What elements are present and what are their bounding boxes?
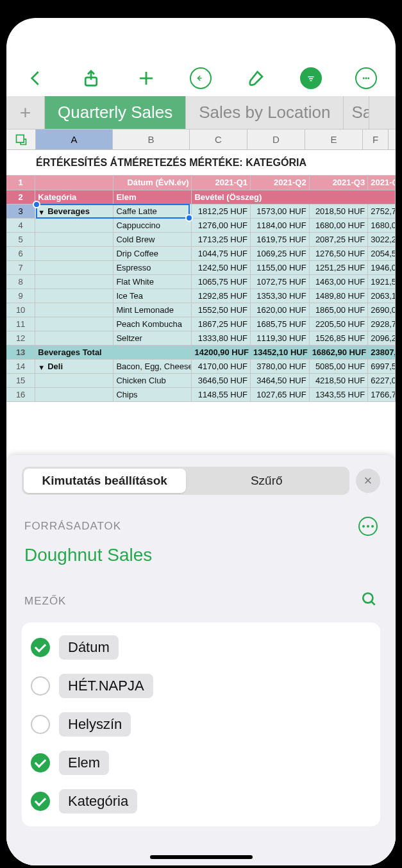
source-table-name[interactable]: Doughnut Sales xyxy=(24,545,378,565)
share-button[interactable] xyxy=(78,65,104,91)
cell[interactable]: 2752,75 H xyxy=(368,204,396,218)
back-button[interactable] xyxy=(23,65,49,91)
cell[interactable] xyxy=(35,218,113,232)
field-checkbox[interactable] xyxy=(31,792,50,811)
row-header[interactable]: 11 xyxy=(6,317,35,331)
cell[interactable]: 2021-Q2 xyxy=(251,176,310,190)
cell[interactable]: 14200,90 HUF xyxy=(192,345,251,359)
cell[interactable]: 4170,00 HUF xyxy=(192,359,251,373)
cell[interactable]: Cappuccino xyxy=(113,218,192,232)
cell[interactable]: 3022,25 H xyxy=(368,232,396,246)
col-header-d[interactable]: D xyxy=(247,129,305,149)
cell[interactable]: 1867,25 HUF xyxy=(192,317,251,331)
cell[interactable] xyxy=(35,288,113,303)
cell[interactable]: 1619,75 HUF xyxy=(251,232,310,246)
cell[interactable]: 1184,00 HUF xyxy=(251,218,310,232)
cell[interactable]: 2021-Q4 xyxy=(368,176,396,190)
sheet-tab-truncated[interactable]: Sa xyxy=(344,96,369,129)
row-header[interactable]: 15 xyxy=(6,373,35,387)
cell[interactable]: 1276,00 HUF xyxy=(192,218,251,232)
cell[interactable]: Cold Brew xyxy=(113,232,192,246)
col-header-a[interactable]: A xyxy=(36,129,113,149)
col-header-b[interactable]: B xyxy=(113,129,190,149)
cell[interactable] xyxy=(35,303,113,317)
cell[interactable]: 1489,80 HUF xyxy=(309,288,368,303)
row-header[interactable]: 3 xyxy=(6,204,35,218)
cell[interactable]: 2690,00 H xyxy=(368,303,396,317)
cell[interactable]: 13452,10 HUF xyxy=(251,345,310,359)
cell[interactable]: 2205,50 HUF xyxy=(309,317,368,331)
cell[interactable]: 5085,00 HUF xyxy=(309,359,368,373)
cell[interactable]: Bacon, Egg, Cheese xyxy=(113,359,192,373)
undo-button[interactable] xyxy=(188,65,214,91)
cell[interactable]: Seltzer xyxy=(113,331,192,345)
cell[interactable] xyxy=(35,176,113,190)
cell[interactable]: 1333,80 HUF xyxy=(192,331,251,345)
cell[interactable]: 1292,85 HUF xyxy=(192,288,251,303)
source-more-button[interactable] xyxy=(358,517,378,536)
select-table-icon[interactable] xyxy=(6,129,36,149)
field-chip[interactable]: Elem xyxy=(59,751,109,775)
cell[interactable]: 1620,00 HUF xyxy=(251,303,310,317)
cell[interactable]: Kategória xyxy=(35,190,113,204)
field-checkbox[interactable] xyxy=(31,676,50,696)
cell[interactable] xyxy=(35,232,113,246)
home-indicator[interactable] xyxy=(150,855,253,859)
row-header[interactable]: 16 xyxy=(6,387,35,401)
cell[interactable]: 1065,75 HUF xyxy=(192,274,251,288)
cell[interactable]: 16862,90 HUF xyxy=(309,345,368,359)
cell[interactable]: 6227,00 H xyxy=(368,373,396,387)
row-header[interactable]: 6 xyxy=(6,246,35,260)
cell[interactable]: 1946,00 H xyxy=(368,260,396,274)
cell[interactable]: 1119,30 HUF xyxy=(251,331,310,345)
category-cell[interactable]: ▼Deli xyxy=(35,359,113,373)
row-header[interactable]: 7 xyxy=(6,260,35,274)
segment-filter[interactable]: Szűrő xyxy=(186,469,348,493)
cell[interactable]: 1251,25 HUF xyxy=(309,260,368,274)
fields-search-button[interactable] xyxy=(361,591,378,611)
sheet-tab-sales-by-location[interactable]: Sales by Location xyxy=(186,96,344,129)
cell[interactable]: 1353,30 HUF xyxy=(251,288,310,303)
cell[interactable]: 3646,50 HUF xyxy=(192,373,251,387)
cell[interactable]: 1573,00 HUF xyxy=(251,204,310,218)
row-header[interactable]: 2 xyxy=(6,190,35,204)
cell[interactable] xyxy=(35,331,113,345)
cell[interactable]: Bevétel (Összeg) xyxy=(192,190,396,204)
cell[interactable]: 2018,50 HUF xyxy=(309,204,368,218)
cell[interactable]: 1044,75 HUF xyxy=(192,246,251,260)
cell[interactable]: Mint Lemonade xyxy=(113,303,192,317)
cell[interactable]: 1148,55 HUF xyxy=(192,387,251,401)
cell[interactable]: Peach Kombucha xyxy=(113,317,192,331)
cell[interactable] xyxy=(35,317,113,331)
cell[interactable]: Elem xyxy=(113,190,192,204)
panel-close-button[interactable]: × xyxy=(356,469,380,493)
cell[interactable] xyxy=(35,260,113,274)
cell[interactable]: 1072,75 HUF xyxy=(251,274,310,288)
format-brush-button[interactable] xyxy=(243,65,269,91)
cell[interactable]: 1343,55 HUF xyxy=(309,387,368,401)
cell[interactable] xyxy=(35,246,113,260)
cell[interactable]: 1069,25 HUF xyxy=(251,246,310,260)
cell[interactable]: 4218,50 HUF xyxy=(309,373,368,387)
cell[interactable]: Ice Tea xyxy=(113,288,192,303)
row-header[interactable]: 10 xyxy=(6,303,35,317)
row-header[interactable]: 13 xyxy=(6,345,35,359)
cell[interactable]: 1276,50 HUF xyxy=(309,246,368,260)
row-header[interactable]: 12 xyxy=(6,331,35,345)
cell[interactable] xyxy=(35,274,113,288)
field-chip[interactable]: Helyszín xyxy=(59,712,131,737)
field-checkbox[interactable] xyxy=(31,715,50,734)
cell[interactable]: 1680,00 H xyxy=(368,218,396,232)
row-header[interactable]: 1 xyxy=(6,176,35,190)
cell[interactable] xyxy=(35,387,113,401)
cell[interactable]: Drip Coffee xyxy=(113,246,192,260)
cell[interactable]: 1526,85 HUF xyxy=(309,331,368,345)
row-header[interactable]: 14 xyxy=(6,359,35,373)
row-header[interactable]: 4 xyxy=(6,218,35,232)
organize-button[interactable] xyxy=(298,65,324,91)
cell[interactable]: 2054,50 H xyxy=(368,246,396,260)
cell[interactable]: 2063,10 H xyxy=(368,288,396,303)
cell[interactable]: 6997,50 H xyxy=(368,359,396,373)
cell[interactable]: 1027,65 HUF xyxy=(251,387,310,401)
field-chip[interactable]: Kategória xyxy=(59,789,137,814)
